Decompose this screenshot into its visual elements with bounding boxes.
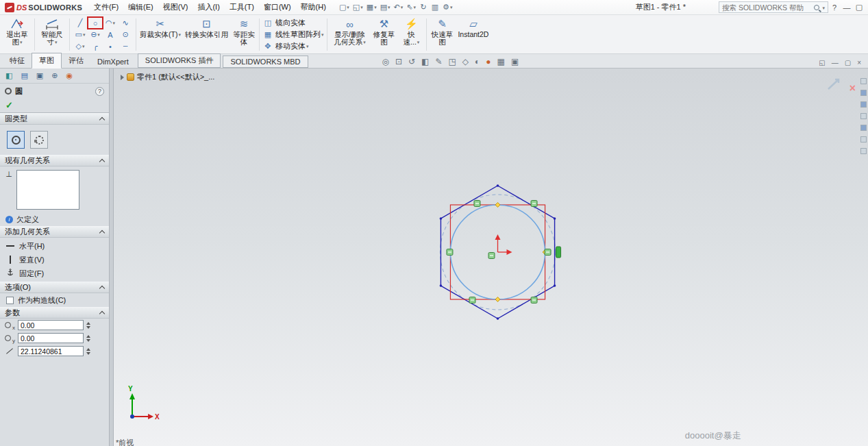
construction-checkbox[interactable] [6,297,14,304]
vertical-relation-button[interactable]: 竖直(V) [0,253,109,267]
tab-dimxpert[interactable]: DimXpert [90,55,136,68]
edit-appearance-icon[interactable]: ● [486,57,491,66]
mirror-entities-button[interactable]: ◫ 镜向实体 [261,18,326,28]
circle-tool-icon[interactable]: ○ [88,17,103,29]
perimeter-circle-type-button[interactable] [30,131,48,149]
task-pane-appearances-icon[interactable] [860,125,867,131]
quick-snaps-button[interactable]: ⚡ 快速... [397,16,425,53]
spline-icon[interactable]: ∿ [118,17,133,29]
task-pane-explorer-icon[interactable] [860,101,867,108]
spinner-arrows[interactable] [86,335,90,342]
apply-scene-icon[interactable]: ▦ [497,57,505,66]
linear-pattern-button[interactable]: ▦ 线性草图阵列 [261,29,326,40]
help-search-box[interactable] [719,1,828,13]
slot-icon[interactable]: ⊖ [88,29,103,40]
tab-features[interactable]: 特征 [3,53,32,68]
hide-show-items-icon[interactable]: ◐ [475,57,480,66]
task-pane-forum-icon[interactable] [860,148,867,154]
origin-marker[interactable] [495,234,512,255]
section-existing-relations[interactable]: 现有几何关系 [0,155,109,166]
section-circle-type[interactable]: 圆类型 [0,113,109,125]
file-properties-icon[interactable]: ▥ [430,3,441,12]
repair-sketch-button[interactable]: ⚒ 修复草图 [370,16,397,53]
search-caret-icon[interactable] [821,3,825,12]
menu-help[interactable]: 帮助(H) [296,2,331,12]
task-pane-custom-props-icon[interactable] [860,136,867,143]
new-document-icon[interactable]: ▢ [338,3,351,12]
undo-icon[interactable]: ↶ [393,3,405,12]
move-entities-button[interactable]: ✥ 移动实体 [261,41,326,51]
center-x-field[interactable] [18,320,84,330]
tab-evaluate[interactable]: 评估 [62,53,90,68]
rebuild-icon[interactable]: ↻ [418,3,429,12]
zoom-area-icon[interactable]: ⊡ [395,57,402,66]
display-style-icon[interactable]: ◇ [462,57,469,66]
menu-file[interactable]: 文件(F) [89,2,123,12]
rapid-sketch-button[interactable]: ✎ 快速草图 [428,16,456,53]
text-icon[interactable]: A [103,29,118,40]
task-pane-library-icon[interactable] [860,90,867,96]
center-circle-type-button[interactable] [7,131,25,149]
feature-tree-tab[interactable]: ◧ [5,71,12,80]
exit-sketch-button[interactable]: 退出草图 [1,16,33,53]
help-button[interactable]: ? [828,3,841,12]
view-orientation-icon[interactable]: ◳ [449,57,456,66]
horizontal-relation-button[interactable]: 水平(H) [0,239,109,253]
print-icon[interactable]: ▤ [379,3,392,12]
section-parameters[interactable]: 参数 [0,307,109,319]
menu-insert[interactable]: 插入(I) [193,2,224,12]
zoom-fit-icon[interactable]: ◎ [382,57,389,66]
fix-relation-button[interactable]: 固定(F) [0,267,109,280]
maximize-window-icon[interactable]: ▢ [853,3,865,12]
tab-solidworks-mbd[interactable]: SOLIDWORKS MBD [223,55,308,68]
help-icon[interactable]: ? [95,87,104,96]
cancel-sketch-icon[interactable]: × [850,82,856,95]
tab-solidworks-addins[interactable]: SOLIDWORKS 插件 [138,53,221,68]
fillet-icon[interactable]: ╭ [88,40,103,52]
spinner-arrows[interactable] [86,322,90,329]
radius-field[interactable] [18,346,84,356]
save-icon[interactable]: ▦ [365,3,378,12]
center-y-field[interactable] [18,333,84,343]
task-pane-view-palette-icon[interactable] [860,113,867,119]
display-manager-tab[interactable]: ◉ [66,71,73,80]
offset-entities-button[interactable]: ≋ 等距实体 [230,16,258,53]
previous-view-icon[interactable]: ↺ [408,57,415,66]
view-settings-icon[interactable]: ▣ [511,57,519,66]
instant2d-button[interactable]: ▱ Instant2D [456,16,491,53]
arc-icon[interactable]: ◠ [103,17,118,29]
display-relations-button[interactable]: ∞ 显示/删除几何关系 [329,16,370,53]
convert-entities-button[interactable]: ⊡ 转换实体引用 [183,16,230,53]
tile-window-icon[interactable]: ◱ [819,59,825,66]
relations-listbox[interactable] [16,170,79,210]
minimize-window-icon[interactable]: — [841,3,853,12]
menu-edit[interactable]: 编辑(E) [123,2,158,12]
rectangle-icon[interactable]: ▭ [73,29,88,40]
section-add-relations[interactable]: 添加几何关系 [0,226,109,238]
close-document-icon[interactable]: × [857,59,861,66]
section-options[interactable]: 选项(O) [0,282,109,293]
property-manager-tab[interactable]: ▤ [21,71,27,80]
minimize-document-icon[interactable]: — [832,59,839,66]
sketch-canvas[interactable]: Y X *前视 dooooit@暴走 [114,69,868,446]
point-icon[interactable]: • [103,40,118,52]
task-pane-resources-icon[interactable] [860,78,867,84]
menu-view[interactable]: 视图(V) [158,2,193,12]
search-input[interactable] [722,3,812,12]
graphics-area[interactable]: 零件1 (默认<<默认>_... [114,69,868,446]
menu-tools[interactable]: 工具(T) [225,2,259,12]
line-icon[interactable]: ╱ [73,17,88,29]
sketch-assist-icon[interactable]: ✎ [435,57,442,66]
smart-dimension-button[interactable]: 智能尺寸 [36,16,68,53]
options-icon[interactable]: ⚙ [441,3,454,12]
dimxpert-manager-tab[interactable]: ⊕ [51,71,58,80]
section-view-icon[interactable]: ◧ [421,57,429,66]
search-icon[interactable] [814,5,819,10]
spinner-arrows[interactable] [86,348,90,355]
configuration-manager-tab[interactable]: ▣ [36,71,43,80]
ok-button[interactable]: ✓ [5,100,13,110]
ellipse-icon[interactable]: ⊙ [118,29,133,40]
polygon-icon[interactable]: ◇ [73,40,88,52]
construction-line-icon[interactable]: ┄ [118,40,133,52]
restore-document-icon[interactable]: ▢ [845,59,851,66]
